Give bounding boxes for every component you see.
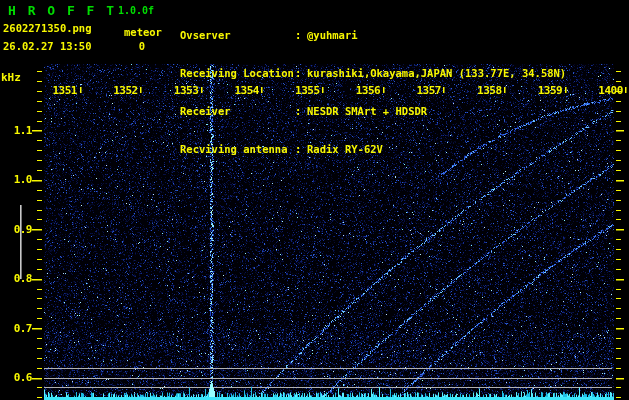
info-row-location: Receiving Location : kurashiki,Okayama,J… <box>180 66 566 80</box>
info-value: @yuhmari <box>307 28 358 42</box>
info-row-receiver: Receiver : NESDR SMArt + HDSDR <box>180 104 566 118</box>
info-value: Radix RY-62V <box>307 142 383 156</box>
time-tick-label: 1356 <box>344 84 380 97</box>
info-separator: : <box>295 104 307 118</box>
info-label: Ovserver <box>180 28 295 42</box>
freq-tick-label: 0.6 <box>2 371 32 384</box>
freq-tick-label: 1.0 <box>2 173 32 186</box>
freq-tick-label: 0.9 <box>2 223 32 236</box>
app-title: H R O F F T <box>8 3 116 18</box>
time-tick-label: 1354 <box>223 84 259 97</box>
info-value: NESDR SMArt + HDSDR <box>307 104 427 118</box>
time-tick-label: 1353 <box>162 84 198 97</box>
info-row-antenna: Recviving antenna : Radix RY-62V <box>180 142 566 156</box>
meteor-counter-label: meteor <box>124 26 160 38</box>
info-value: kurashiki,Okayama,JAPAN (133.77E, 34.58N… <box>307 66 566 80</box>
info-label: Recviving antenna <box>180 142 295 156</box>
timestamp: 26.02.27 13:50 <box>3 40 92 52</box>
output-filename: 2602271350.png <box>3 22 92 34</box>
freq-axis-unit: kHz <box>1 71 21 84</box>
meteor-counter-value: 0 <box>124 40 160 52</box>
time-tick-label: 1352 <box>102 84 138 97</box>
time-tick-label: 1357 <box>405 84 441 97</box>
app-version: 1.0.0f <box>118 5 154 16</box>
time-tick-label: 1400 <box>587 84 623 97</box>
time-tick-label: 1359 <box>526 84 562 97</box>
freq-tick-label: 1.1 <box>2 124 32 137</box>
info-separator: : <box>295 142 307 156</box>
info-separator: : <box>295 66 307 80</box>
info-row-observer: Ovserver : @yuhmari <box>180 28 566 42</box>
info-label: Receiving Location <box>180 66 295 80</box>
hrofft-window: H R O F F T 1.0.0f 2602271350.png meteor… <box>0 0 629 400</box>
info-separator: : <box>295 28 307 42</box>
info-label: Receiver <box>180 104 295 118</box>
freq-tick-label: 0.8 <box>2 272 32 285</box>
time-tick-label: 1355 <box>284 84 320 97</box>
time-tick-label: 1358 <box>466 84 502 97</box>
freq-tick-label: 0.7 <box>2 322 32 335</box>
time-tick-label: 1351 <box>41 84 77 97</box>
